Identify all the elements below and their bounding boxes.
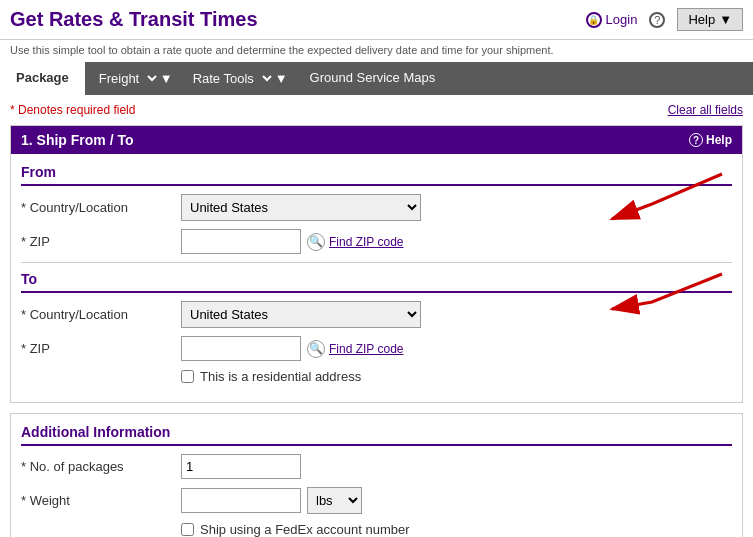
residential-checkbox[interactable]	[181, 370, 194, 383]
from-country-label: * Country/Location	[21, 200, 181, 215]
section1-body: From * Country/Location United States Ca…	[11, 154, 742, 402]
to-find-zip: 🔍 Find ZIP code	[307, 340, 403, 358]
required-note: * Denotes required field	[10, 103, 135, 117]
help-circle-icon: ?	[689, 133, 703, 147]
weight-unit-select[interactable]: lbs kg	[307, 487, 362, 514]
fedex-account-checkbox[interactable]	[181, 523, 194, 536]
to-zip-row: * ZIP 🔍 Find ZIP code	[21, 336, 732, 361]
nav-tabs: Package Freight ▼ Rate Tools ▼ Ground Se…	[0, 62, 753, 95]
residential-row: This is a residential address	[181, 369, 732, 384]
weight-label: * Weight	[21, 493, 181, 508]
fedex-account-row: Ship using a FedEx account number	[181, 522, 732, 537]
tab-rate-tools[interactable]: Rate Tools ▼	[179, 62, 294, 95]
from-title: From	[21, 164, 732, 186]
login-link[interactable]: 🔒 Login	[586, 12, 638, 28]
chevron-down-icon: ▼	[719, 12, 732, 27]
search-icon: 🔍	[307, 340, 325, 358]
weight-input[interactable]	[181, 488, 301, 513]
to-find-zip-link[interactable]: Find ZIP code	[329, 342, 403, 356]
notices-row: * Denotes required field Clear all field…	[10, 103, 743, 117]
to-country-select[interactable]: United States Canada Mexico United Kingd…	[181, 301, 421, 328]
additional-info-section: Additional Information * No. of packages…	[10, 413, 743, 537]
fedex-account-label: Ship using a FedEx account number	[200, 522, 410, 537]
from-find-zip-link[interactable]: Find ZIP code	[329, 235, 403, 249]
freight-select[interactable]: Freight	[91, 66, 160, 91]
divider	[21, 262, 732, 263]
tab-ground-service-maps[interactable]: Ground Service Maps	[294, 62, 452, 95]
from-country-row: * Country/Location United States Canada …	[21, 194, 732, 221]
to-title: To	[21, 271, 732, 293]
search-icon: 🔍	[307, 233, 325, 251]
from-zip-label: * ZIP	[21, 234, 181, 249]
tab-package[interactable]: Package	[0, 62, 85, 95]
main-content: * Denotes required field Clear all field…	[0, 95, 753, 537]
to-country-row: * Country/Location United States Canada …	[21, 301, 732, 328]
packages-row: * No. of packages	[21, 454, 732, 479]
top-right-actions: 🔒 Login ? Help ▼	[586, 8, 743, 31]
packages-input[interactable]	[181, 454, 301, 479]
to-country-label: * Country/Location	[21, 307, 181, 322]
section1-title: 1. Ship From / To	[21, 132, 134, 148]
residential-label: This is a residential address	[200, 369, 361, 384]
weight-control: lbs kg	[181, 487, 732, 514]
from-zip-input[interactable]	[181, 229, 301, 254]
ship-from-to-section: 1. Ship From / To ? Help	[10, 125, 743, 403]
tab-freight[interactable]: Freight ▼	[85, 62, 179, 95]
from-zip-row: * ZIP 🔍 Find ZIP code	[21, 229, 732, 254]
page-subtitle: Use this simple tool to obtain a rate qu…	[0, 40, 753, 62]
to-zip-input[interactable]	[181, 336, 301, 361]
help-question-icon: ?	[649, 12, 665, 28]
to-zip-control: 🔍 Find ZIP code	[181, 336, 732, 361]
additional-info-title: Additional Information	[21, 424, 732, 446]
from-country-control: United States Canada Mexico United Kingd…	[181, 194, 732, 221]
packages-label: * No. of packages	[21, 459, 181, 474]
lock-icon: 🔒	[586, 12, 602, 28]
section2-body: Additional Information * No. of packages…	[11, 414, 742, 537]
from-zip-control: 🔍 Find ZIP code	[181, 229, 732, 254]
weight-row: * Weight lbs kg	[21, 487, 732, 514]
clear-all-link[interactable]: Clear all fields	[668, 103, 743, 117]
page-header: Get Rates & Transit Times 🔒 Login ? Help…	[0, 0, 753, 40]
chevron-down-icon: ▼	[275, 71, 288, 86]
page-title: Get Rates & Transit Times	[10, 8, 586, 31]
rate-tools-select[interactable]: Rate Tools	[185, 66, 275, 91]
from-find-zip: 🔍 Find ZIP code	[307, 233, 403, 251]
chevron-down-icon: ▼	[160, 71, 173, 86]
from-country-select[interactable]: United States Canada Mexico United Kingd…	[181, 194, 421, 221]
to-zip-label: * ZIP	[21, 341, 181, 356]
help-button[interactable]: Help ▼	[677, 8, 743, 31]
packages-control	[181, 454, 732, 479]
section1-help[interactable]: ? Help	[689, 133, 732, 147]
to-country-control: United States Canada Mexico United Kingd…	[181, 301, 732, 328]
section1-header: 1. Ship From / To ? Help	[11, 126, 742, 154]
